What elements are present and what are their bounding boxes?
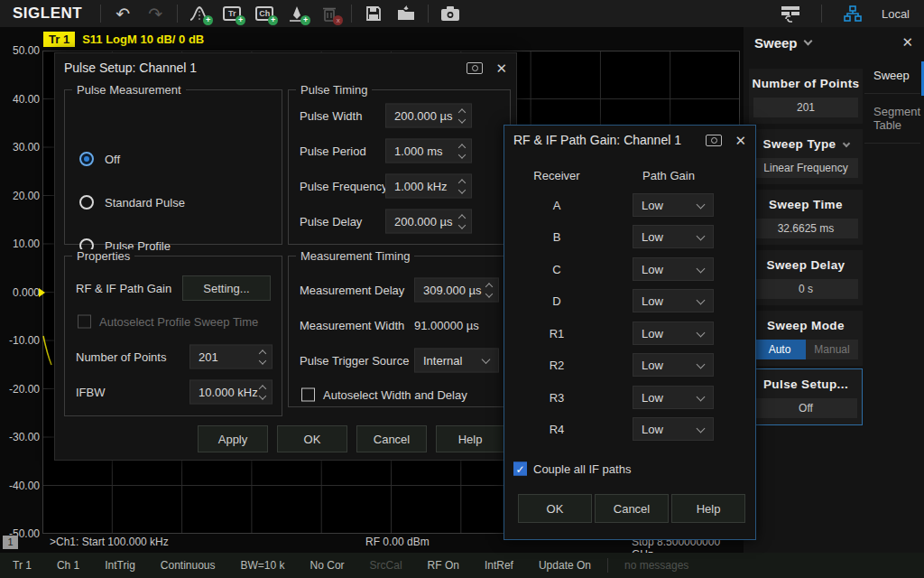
receiver-r4-gain-dropdown[interactable]: Low	[633, 417, 714, 441]
status-trace[interactable]: Tr 1	[0, 559, 44, 572]
gain-cancel-button[interactable]: Cancel	[595, 494, 669, 523]
tab-segment-table[interactable]: Segment Table	[864, 94, 920, 144]
pulse-width-input[interactable]: 200.000 µs	[385, 104, 472, 128]
status-update[interactable]: Update On	[526, 559, 604, 572]
receiver-a-gain-dropdown[interactable]: Low	[633, 193, 714, 217]
add-measurement-button[interactable]: +	[183, 1, 216, 26]
dialog-screenshot-icon[interactable]	[706, 135, 722, 146]
sweep-delay-value[interactable]: 0 s	[753, 279, 858, 299]
gain-help-button[interactable]: Help	[671, 494, 745, 523]
tab-sweep[interactable]: Sweep	[864, 58, 920, 94]
spinner-icon[interactable]	[456, 140, 468, 163]
y-tick: 50.00	[0, 44, 40, 57]
status-reference[interactable]: IntRef	[472, 559, 526, 572]
cancel-button[interactable]: Cancel	[356, 425, 427, 452]
status-srccal[interactable]: SrcCal	[357, 559, 415, 572]
y-tick: -20.00	[0, 383, 40, 396]
pulse-period-input[interactable]: 1.000 ms	[385, 139, 472, 163]
spinner-icon[interactable]	[256, 381, 269, 404]
statusbar-separator	[607, 558, 608, 573]
screenshot-button[interactable]	[434, 1, 467, 26]
gain-ok-button[interactable]: OK	[518, 494, 592, 523]
sweep-type-value[interactable]: Linear Frequency	[753, 158, 858, 178]
layout-link-button[interactable]	[774, 1, 807, 26]
delete-button[interactable]: x	[313, 1, 346, 26]
status-bandwidth[interactable]: BW=10 k	[228, 559, 298, 572]
autoselect-width-delay-checkbox[interactable]	[301, 388, 315, 402]
receiver-b-label: B	[553, 230, 561, 244]
pulse-frequency-label: Pulse Frequency	[300, 180, 388, 193]
status-correction[interactable]: No Cor	[298, 559, 357, 572]
chevron-down-icon	[697, 392, 706, 401]
receiver-r1-gain-dropdown[interactable]: Low	[633, 322, 714, 345]
sidebar-item-sweep-mode[interactable]: Sweep Mode Auto Manual	[749, 311, 863, 366]
sidebar-item-sweep-time[interactable]: Sweep Time 32.6625 ms	[749, 190, 863, 245]
measurement-width-label: Measurement Width	[300, 319, 404, 332]
pulse-dialog-titlebar[interactable]: Pulse Setup: Channel 1 ✕	[55, 53, 516, 82]
channel-number-badge[interactable]: 1	[3, 536, 18, 549]
pulse-delay-input[interactable]: 200.000 µs	[385, 210, 472, 234]
radio-off[interactable]	[79, 152, 94, 166]
y-tick: 0.000	[0, 286, 40, 299]
redo-button[interactable]: ↷	[139, 1, 171, 26]
network-button[interactable]	[836, 1, 869, 26]
group-label: Pulse Measurement	[72, 83, 186, 97]
chevron-down-icon[interactable]	[803, 37, 812, 46]
spinner-icon[interactable]	[456, 175, 468, 198]
receiver-c-gain-dropdown[interactable]: Low	[633, 257, 714, 281]
add-channel-button[interactable]: Ch +	[248, 1, 281, 26]
spinner-icon[interactable]	[456, 105, 468, 127]
add-trace-button[interactable]: Tr +	[216, 1, 248, 26]
spinner-icon[interactable]	[456, 210, 468, 233]
y-tick: -40.00	[0, 480, 40, 492]
help-button[interactable]: Help	[436, 425, 504, 452]
add-marker-button[interactable]: +	[281, 1, 313, 26]
gain-dialog-titlebar[interactable]: RF & IF Path Gain: Channel 1 ✕	[504, 126, 755, 154]
number-of-points-input[interactable]: 201	[189, 345, 273, 369]
status-rf[interactable]: RF On	[415, 559, 472, 572]
sidebar-item-sweep-delay[interactable]: Sweep Delay 0 s	[749, 250, 863, 305]
plus-icon: +	[203, 15, 213, 25]
open-button[interactable]	[390, 1, 422, 26]
folder-icon	[396, 5, 416, 23]
receiver-r3-gain-dropdown[interactable]: Low	[633, 386, 714, 409]
status-message: no messages	[612, 559, 701, 572]
save-icon	[365, 5, 383, 23]
radio-standard-pulse[interactable]	[79, 195, 94, 210]
sweep-time-value[interactable]: 32.6625 ms	[753, 219, 858, 238]
y-tick: -10.00	[0, 334, 40, 347]
trace-badge[interactable]: Tr 1	[43, 32, 75, 47]
sidebar-item-number-of-points[interactable]: Number of Points 201	[749, 69, 863, 124]
autoselect-profile-checkbox[interactable]	[78, 315, 91, 329]
sweep-mode-manual-option[interactable]: Manual	[806, 340, 858, 359]
receiver-d-gain-dropdown[interactable]: Low	[633, 289, 714, 312]
ok-button[interactable]: OK	[277, 425, 347, 452]
pulse-setup-value[interactable]: Off	[754, 398, 857, 418]
status-sweep-mode[interactable]: Continuous	[148, 559, 228, 572]
sidebar-item-pulse-setup[interactable]: Pulse Setup... Off	[749, 368, 863, 425]
spinner-icon[interactable]	[256, 346, 269, 368]
apply-button[interactable]: Apply	[198, 425, 268, 452]
receiver-r2-gain-dropdown[interactable]: Low	[633, 353, 714, 377]
pulse-trigger-source-dropdown[interactable]: Internal	[414, 349, 499, 373]
status-trigger[interactable]: IntTrig	[92, 559, 148, 572]
pulse-frequency-input[interactable]: 1.000 kHz	[385, 174, 472, 199]
save-button[interactable]	[357, 1, 390, 26]
trace-label-row[interactable]: Tr 1 S11 LogM 10 dB/ 0 dB	[43, 32, 204, 47]
undo-button[interactable]: ↶	[106, 1, 139, 26]
ifbw-input[interactable]: 10.000 kHz	[189, 380, 273, 405]
spinner-icon[interactable]	[483, 279, 495, 302]
sweep-mode-auto-option[interactable]: Auto	[753, 340, 806, 359]
sidebar-close-icon[interactable]: ✕	[901, 34, 913, 51]
measurement-delay-input[interactable]: 309.000 µs	[414, 278, 499, 303]
couple-if-paths-checkbox[interactable]: ✓	[513, 462, 527, 476]
setting-button[interactable]: Setting...	[182, 275, 271, 301]
sidebar-item-sweep-type[interactable]: Sweep Type Linear Frequency	[749, 129, 863, 184]
dialog-close-icon[interactable]: ✕	[735, 134, 746, 147]
points-value[interactable]: 201	[753, 98, 858, 117]
receiver-b-gain-dropdown[interactable]: Low	[633, 225, 714, 248]
dialog-close-icon[interactable]: ✕	[495, 61, 507, 75]
dialog-screenshot-icon[interactable]	[467, 62, 483, 74]
status-channel[interactable]: Ch 1	[44, 559, 92, 572]
sidebar-title[interactable]: Sweep	[754, 35, 798, 51]
